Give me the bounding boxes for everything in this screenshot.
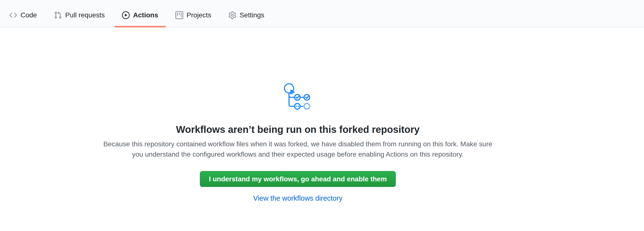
tab-projects-label: Projects xyxy=(187,12,211,19)
workflow-graph-icon xyxy=(98,83,498,111)
blankslate-description: Because this repository contained workfl… xyxy=(102,139,493,159)
tab-pull-requests-label: Pull requests xyxy=(65,12,105,19)
tab-actions-label: Actions xyxy=(133,12,158,19)
repo-tab-nav: Code Pull requests Actions Projects Sett… xyxy=(0,0,644,28)
view-workflows-link[interactable]: View the workflows directory xyxy=(253,194,342,202)
actions-disabled-blankslate: Workflows aren’t being run on this forke… xyxy=(98,28,498,202)
tab-projects[interactable]: Projects xyxy=(168,4,219,27)
project-icon xyxy=(176,11,183,19)
git-pull-request-icon xyxy=(54,11,62,19)
tab-settings[interactable]: Settings xyxy=(221,4,272,27)
tab-code[interactable]: Code xyxy=(2,4,44,27)
tab-settings-label: Settings xyxy=(240,12,264,19)
blankslate-title: Workflows aren’t being run on this forke… xyxy=(98,123,498,136)
code-icon xyxy=(9,11,17,19)
link-row: View the workflows directory xyxy=(98,194,498,202)
tab-code-label: Code xyxy=(20,12,37,19)
actions-page: Code Pull requests Actions Projects Sett… xyxy=(0,0,644,231)
play-icon xyxy=(122,11,130,19)
gear-icon xyxy=(228,11,236,19)
tab-pull-requests[interactable]: Pull requests xyxy=(47,4,112,27)
main-content: Workflows aren’t being run on this forke… xyxy=(0,28,644,202)
tab-actions[interactable]: Actions xyxy=(114,4,166,27)
enable-workflows-button[interactable]: I understand my workflows, go ahead and … xyxy=(200,171,396,187)
